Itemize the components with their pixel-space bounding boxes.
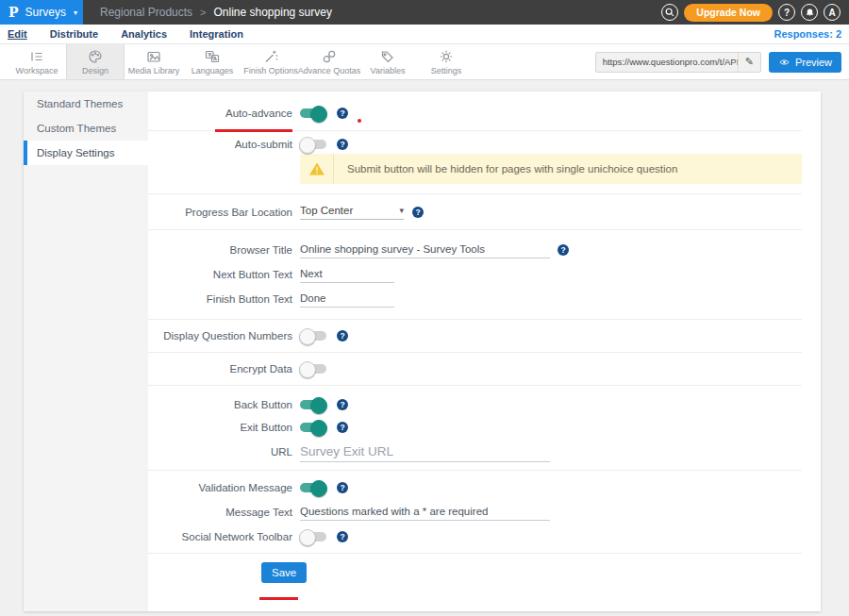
toolbar-item-variables[interactable]: Variables [358,44,417,79]
topbar: P Surveys ▾ Regional Products > Online s… [0,0,849,25]
search-button[interactable] [661,4,678,21]
auto-advance-help-icon[interactable]: ? [337,108,348,119]
toolbar-item-advance-quotas[interactable]: Advance Quotas [300,44,358,79]
advance-quotas-chain-icon [322,49,337,64]
product-name: Surveys [25,6,66,19]
browser-title-row: Browser Title ? [148,238,802,262]
sidebar-item-display-settings[interactable]: Display Settings [24,141,148,165]
exit-button-help-icon[interactable]: ? [337,422,348,433]
tab-distribute[interactable]: Distribute [50,28,98,40]
next-button-text-label: Next Button Text [148,269,292,280]
sidebar-item-standard-themes[interactable]: Standard Themes [24,92,148,116]
toolbar-item-design[interactable]: Design [66,44,125,79]
progress-bar-location-row: Progress Bar Location Top Center ▾ ? [148,201,802,224]
encrypt-data-label: Encrypt Data [148,363,292,375]
finish-button-text-row: Finish Button Text [148,287,802,311]
message-text-input[interactable] [300,504,550,521]
exit-button-toggle[interactable] [300,423,326,432]
survey-url[interactable]: https://www.questionpro.com/t/APNrFZ [596,57,738,67]
auto-submit-toggle[interactable] [300,140,326,149]
annotation-underline-auto-advance [215,129,292,132]
topbar-actions: Upgrade Now ? A [661,4,849,22]
breadcrumb-folder[interactable]: Regional Products [100,6,192,19]
auto-submit-help-icon[interactable]: ? [337,139,348,150]
sidebar-item-custom-themes[interactable]: Custom Themes [24,116,148,141]
upgrade-now-button[interactable]: Upgrade Now [684,4,773,22]
question-numbers-group: Display Question Numbers ? [148,320,802,353]
tab-analytics[interactable]: Analytics [121,28,167,40]
warning-icon-box [300,154,334,184]
toolbar-item-languages[interactable]: Languages [183,44,241,79]
toolbar-item-settings[interactable]: Settings [417,44,475,79]
finish-options-wand-icon [263,49,278,64]
encrypt-data-row: Encrypt Data [148,358,802,380]
message-text-row: Message Text [148,500,802,524]
design-palette-icon [88,49,103,64]
encrypt-data-group: Encrypt Data [148,353,802,386]
back-button-help-icon[interactable]: ? [337,399,348,410]
validation-message-toggle[interactable] [300,483,326,492]
warning-triangle-icon [308,161,325,176]
warning-text: Submit button will be hidden for pages w… [334,154,691,184]
toolbar-right: https://www.questionpro.com/t/APNrFZ ✎ P… [595,44,849,79]
navigation-buttons-group: Back Button ? Exit Button ? URL [148,386,802,471]
variables-tag-icon [380,49,395,64]
annotation-underline-save [259,597,298,600]
tab-integration[interactable]: Integration [190,28,243,40]
browser-title-help-icon[interactable]: ? [558,244,569,256]
languages-icon [205,49,220,64]
help-menu-button[interactable]: ? [778,4,795,21]
themes-sidebar: Standard Themes Custom Themes Display Se… [24,92,148,611]
responses-count[interactable]: Responses: 2 [774,28,841,40]
breadcrumb-separator-icon: > [200,7,206,18]
tab-edit[interactable]: Edit [8,28,27,40]
exit-url-label: URL [148,446,292,458]
annotation-red-dot [358,119,361,123]
social-network-toolbar-toggle[interactable] [300,532,326,541]
finish-button-text-input[interactable] [300,291,394,308]
design-toolbar: Workspace Design Media Library Languages… [0,44,849,80]
exit-url-input[interactable] [300,442,550,462]
notifications-button[interactable] [801,4,818,21]
validation-message-row: Validation Message ? [148,475,802,500]
workspace-icon [29,49,44,64]
eye-icon [778,58,791,67]
settings-panel: Auto-advance ? Auto-submit ? Submit butt… [148,92,821,611]
edit-url-pencil-icon[interactable]: ✎ [738,53,760,72]
exit-button-label: Exit Button [148,422,292,433]
progress-bar-location-select[interactable]: Top Center ▾ [300,205,404,220]
next-button-text-row: Next Button Text [148,262,802,287]
social-network-toolbar-help-icon[interactable]: ? [337,531,348,542]
next-button-text-input[interactable] [300,266,394,283]
surveys-product-menu[interactable]: P Surveys ▾ [0,0,83,25]
back-button-label: Back Button [148,399,292,410]
validation-message-help-icon[interactable]: ? [337,482,348,493]
progress-bar-help-icon[interactable]: ? [412,207,424,218]
display-question-numbers-row: Display Question Numbers ? [148,325,802,347]
avatar[interactable]: A [824,4,841,21]
media-library-icon [146,49,161,64]
auto-submit-label: Auto-submit [148,139,292,150]
browser-title-input[interactable] [300,241,550,258]
back-button-toggle[interactable] [300,400,326,409]
back-button-row: Back Button ? [148,393,802,416]
message-text-label: Message Text [148,507,292,518]
encrypt-data-toggle[interactable] [300,364,326,374]
main-nav: Edit Distribute Analytics Integration Re… [0,25,849,44]
social-network-toolbar-row: Social Network Toolbar ? [148,524,802,549]
display-settings-card: Standard Themes Custom Themes Display Se… [24,92,821,611]
auto-advance-group: Auto-advance ? [148,92,802,131]
exit-button-row: Exit Button ? [148,416,802,439]
display-question-numbers-toggle[interactable] [300,331,326,341]
toolbar-item-media-library[interactable]: Media Library [125,44,183,79]
progress-bar-location-label: Progress Bar Location [148,207,292,218]
toolbar-item-finish-options[interactable]: Finish Options [241,44,300,79]
finish-button-text-label: Finish Button Text [148,293,292,305]
select-caret-icon: ▾ [399,206,404,215]
display-question-numbers-help-icon[interactable]: ? [337,330,348,341]
save-button[interactable]: Save [261,562,307,583]
auto-advance-toggle[interactable] [300,108,326,118]
toolbar-item-workspace[interactable]: Workspace [8,44,66,79]
preview-button[interactable]: Preview [769,52,841,73]
auto-submit-row: Auto-submit ? [148,139,802,150]
